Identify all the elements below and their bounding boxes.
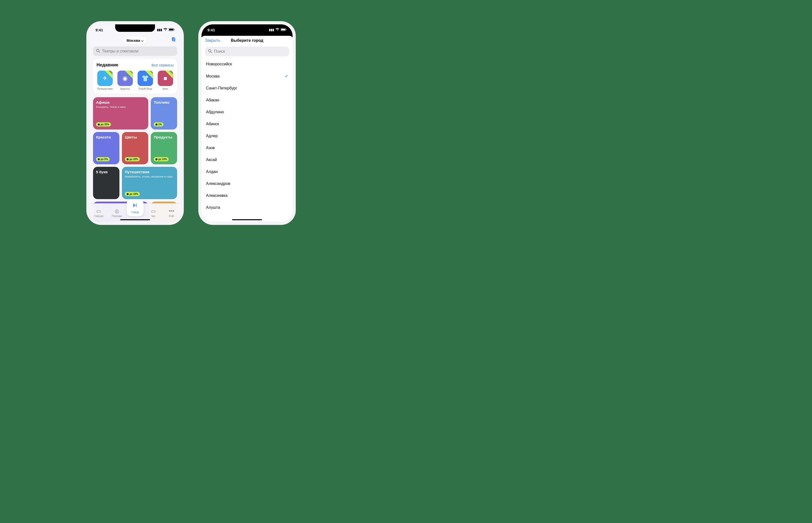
cellular-icon: ▮▮▮	[269, 28, 274, 32]
tickets-icon[interactable]	[171, 37, 176, 43]
tab-city[interactable]: Город	[127, 199, 143, 216]
city-name: Азов	[206, 146, 215, 150]
recent-item[interactable]: 15% ■ Кино	[157, 71, 174, 90]
tile-subtitle: Концерты, театр и кино	[96, 105, 145, 109]
city-sheet: Закрыть Выберите город Поиск Новороссийс…	[202, 36, 293, 222]
city-name: Абакан	[206, 98, 219, 103]
all-services-link[interactable]: Все сервисы	[152, 63, 174, 67]
recent-icon: 3% 👕	[138, 71, 153, 86]
city-row[interactable]: Алушта	[206, 202, 288, 214]
city-search-input[interactable]: Поиск	[205, 47, 289, 56]
city-row[interactable]: Москва✓	[206, 70, 288, 82]
city-name: Алушта	[206, 205, 220, 210]
cashback-badge: до 10%	[125, 192, 140, 196]
city-row[interactable]: Абдулино	[206, 106, 288, 118]
service-glyph: 👕	[141, 75, 149, 82]
recent-item[interactable]: 5% ◉ Красота	[117, 71, 133, 90]
city-row[interactable]: Алдан	[206, 166, 288, 178]
recent-icon: 15% ■	[158, 71, 173, 86]
chevron-down-icon	[141, 38, 143, 42]
home-indicator[interactable]	[120, 219, 150, 220]
chat-icon: ▭	[151, 208, 156, 214]
cashback-badge: до 10%	[154, 157, 169, 161]
close-button[interactable]: Закрыть	[205, 38, 220, 43]
city-row[interactable]: Новороссийск	[206, 58, 288, 70]
city-name: Абдулино	[206, 110, 224, 114]
status-time: 9:41	[207, 28, 215, 32]
phone-right: 9:41 ▮▮▮ Закрыть Выберите город Поиск Но…	[198, 21, 296, 225]
category-tile[interactable]: Цветы до 20%	[122, 132, 148, 164]
svg-line-11	[211, 52, 212, 53]
modal-header: Закрыть Выберите город	[202, 36, 293, 45]
city-name: Алексеевка	[206, 193, 228, 198]
city-name: Адлер	[206, 134, 218, 138]
tile-title: Красота	[96, 135, 117, 139]
recent-label: Tinkoff Shop	[138, 88, 152, 90]
category-tile[interactable]: Афиша Концерты, театр и кино до 35%	[93, 97, 148, 129]
status-icons: ▮▮▮	[157, 28, 175, 32]
more-icon: ▪▪▪	[169, 208, 174, 214]
home-indicator[interactable]	[232, 219, 262, 220]
city-name: Москва	[127, 38, 140, 42]
svg-rect-2	[174, 29, 174, 30]
service-glyph: ✈	[103, 75, 107, 82]
battery-icon	[169, 28, 175, 32]
city-row[interactable]: Абинск	[206, 118, 288, 130]
category-tile[interactable]: Продукты до 10%	[151, 132, 177, 164]
recent-label: Красота	[120, 88, 129, 90]
search-placeholder: Поиск	[214, 49, 225, 54]
city-row[interactable]: Адлер	[206, 130, 288, 142]
city-selector[interactable]: Москва	[124, 37, 147, 44]
cashback-badge: 1%	[154, 122, 163, 127]
city-name: Москва	[206, 74, 220, 78]
svg-rect-1	[169, 29, 173, 30]
service-glyph: ◉	[122, 75, 127, 82]
tile-title: 5 букв	[96, 170, 117, 174]
search-icon	[208, 49, 212, 54]
notch	[115, 24, 155, 32]
search-icon	[96, 49, 100, 54]
tile-subtitle: Авиабилеты, отели, экскурсии и туры	[125, 175, 174, 178]
check-icon: ✓	[285, 74, 288, 78]
city-name: Новороссийск	[206, 62, 232, 66]
category-tile[interactable]: 5 букв	[93, 167, 119, 199]
status-icons: ▮▮▮	[269, 28, 287, 32]
recent-icon: 10% ✈	[97, 71, 113, 86]
svg-rect-8	[281, 29, 285, 30]
search-input[interactable]: Театры и спектакли	[93, 47, 177, 56]
city-name: Александров	[206, 181, 230, 186]
cashback-badge: до 20%	[125, 157, 140, 161]
svg-rect-9	[286, 29, 286, 30]
recent-title: Недавние	[97, 62, 118, 68]
city-row[interactable]: Александров	[206, 178, 288, 190]
city-row[interactable]: Азов	[206, 142, 288, 154]
category-tile[interactable]: Красота до 5%	[93, 132, 119, 164]
wifi-icon	[275, 28, 279, 32]
city-name: Абинск	[206, 122, 219, 126]
city-list[interactable]: НовороссийскМосква✓Санкт-ПетербургАбакан…	[202, 58, 293, 214]
phone-left: 9:41 ▮▮▮ Москва Театры и спектакли	[87, 21, 184, 225]
category-tile[interactable]: Топливо 1%	[151, 97, 177, 129]
recent-label: Путешествия	[97, 88, 113, 90]
city-name: Санкт-Петербург	[206, 86, 237, 90]
tile-title: Путешествия	[125, 170, 174, 174]
recent-item[interactable]: 3% 👕 Tinkoff Shop	[137, 71, 154, 90]
category-tile[interactable]: Путешествия Авиабилеты, отели, экскурсии…	[122, 167, 177, 199]
notch	[227, 24, 267, 32]
tab-home[interactable]: ▭ Главная	[89, 203, 108, 222]
city-row[interactable]: Санкт-Петербург	[206, 82, 288, 94]
search-placeholder: Театры и спектакли	[102, 49, 138, 53]
recent-item[interactable]: 10% ✈ Путешествия	[97, 71, 113, 90]
battery-icon	[281, 28, 287, 32]
city-row[interactable]: Абакан	[206, 94, 288, 106]
recent-icon: 5% ◉	[117, 71, 133, 86]
svg-rect-4	[173, 38, 175, 41]
city-row[interactable]: Алексеевка	[206, 190, 288, 202]
wifi-icon	[163, 28, 168, 32]
service-glyph: ■	[163, 75, 167, 82]
modal-title: Выберите город	[231, 38, 263, 43]
card-icon: ▭	[96, 208, 101, 214]
tile-title: Топливо	[154, 100, 174, 104]
city-row[interactable]: Аксай	[206, 154, 288, 166]
tab-more[interactable]: ▪▪▪ Еще	[162, 203, 180, 222]
